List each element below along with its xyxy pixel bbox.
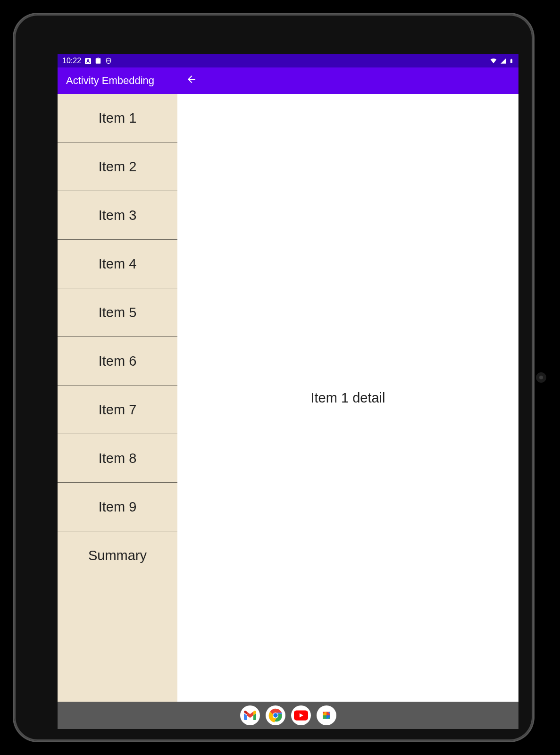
list-item-label: Item 4 xyxy=(99,256,137,272)
list-item-label: Item 1 xyxy=(99,110,137,126)
list-item[interactable]: Item 5 xyxy=(58,288,177,337)
list-item[interactable]: Item 8 xyxy=(58,434,177,483)
list-item[interactable]: Item 1 xyxy=(58,94,177,143)
status-shield-icon xyxy=(105,57,112,65)
list-item-label: Item 7 xyxy=(99,402,137,418)
navigation-bar xyxy=(58,702,518,729)
tablet-camera xyxy=(536,372,546,383)
nav-photos-icon[interactable] xyxy=(317,705,336,725)
status-time: 10:22 xyxy=(62,57,81,65)
tablet-screen: 10:22 A xyxy=(58,54,518,729)
list-item[interactable]: Item 3 xyxy=(58,191,177,240)
svg-point-2 xyxy=(273,713,277,717)
detail-text: Item 1 detail xyxy=(311,390,385,406)
list-item[interactable]: Item 6 xyxy=(58,337,177,386)
list-item-label: Item 5 xyxy=(99,305,137,320)
list-item-label: Item 3 xyxy=(99,208,137,223)
list-item[interactable]: Summary xyxy=(58,531,177,580)
list-item-label: Item 6 xyxy=(99,353,137,369)
detail-pane: Item 1 detail xyxy=(177,94,518,702)
list-item[interactable]: Item 2 xyxy=(58,143,177,191)
status-bar: 10:22 A xyxy=(58,54,518,67)
list-item-label: Item 8 xyxy=(99,451,137,466)
status-indicator-a-icon: A xyxy=(85,58,91,64)
tablet-frame: 10:22 A xyxy=(0,0,560,755)
nav-gmail-icon[interactable] xyxy=(240,705,260,725)
list-item-label: Summary xyxy=(88,548,147,563)
status-wifi-icon xyxy=(489,58,498,64)
back-arrow-icon[interactable] xyxy=(186,74,197,88)
list-item[interactable]: Item 9 xyxy=(58,483,177,531)
list-item-label: Item 9 xyxy=(99,499,137,515)
list-pane: Item 1 Item 2 Item 3 Item 4 Item 5 Item … xyxy=(58,94,177,702)
app-bar: Activity Embedding xyxy=(58,67,518,94)
status-battery-icon xyxy=(509,57,514,65)
split-body: Item 1 Item 2 Item 3 Item 4 Item 5 Item … xyxy=(58,94,518,702)
list-item-label: Item 2 xyxy=(99,159,137,175)
app-title: Activity Embedding xyxy=(66,75,154,86)
list-item[interactable]: Item 4 xyxy=(58,240,177,288)
status-signal-icon xyxy=(500,58,507,64)
nav-youtube-icon[interactable] xyxy=(291,705,311,725)
nav-chrome-icon[interactable] xyxy=(266,705,285,725)
tablet-bezel: 10:22 A xyxy=(14,14,533,741)
status-clipboard-icon xyxy=(95,57,101,65)
list-item[interactable]: Item 7 xyxy=(58,386,177,434)
